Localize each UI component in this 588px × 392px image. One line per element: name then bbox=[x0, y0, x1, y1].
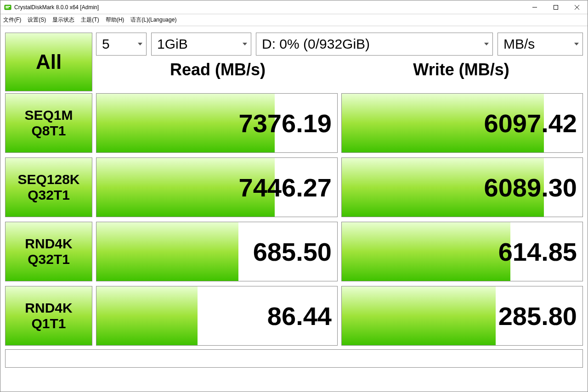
write-value-cell: 6097.42 bbox=[341, 93, 583, 153]
chevron-down-icon bbox=[243, 43, 247, 45]
test-label-line2: Q32T1 bbox=[28, 187, 70, 203]
test-button-seq1m-q8t1[interactable]: SEQ1M Q8T1 bbox=[5, 93, 92, 153]
test-label-line1: RND4K bbox=[25, 300, 72, 316]
title-bar: CrystalDiskMark 8.0.0 x64 [Admin] bbox=[0, 0, 588, 14]
test-label-line1: SEQ1M bbox=[24, 107, 73, 123]
write-bar bbox=[342, 286, 496, 345]
test-row: SEQ128K Q32T1 7446.27 6089.30 bbox=[5, 157, 583, 217]
tests-container: SEQ1M Q8T1 7376.19 6097.42 SEQ128K Q32T1 bbox=[5, 93, 583, 346]
write-header: Write (MB/s) bbox=[339, 60, 583, 79]
test-row: RND4K Q1T1 86.44 285.80 bbox=[5, 286, 583, 346]
test-row: RND4K Q32T1 685.50 614.85 bbox=[5, 222, 583, 281]
write-value: 6097.42 bbox=[484, 108, 577, 138]
test-label-line1: RND4K bbox=[25, 236, 72, 252]
column-headers: Read (MB/s) Write (MB/s) bbox=[96, 60, 583, 79]
read-value-cell: 685.50 bbox=[96, 222, 338, 281]
write-value-cell: 614.85 bbox=[341, 222, 583, 281]
write-value: 614.85 bbox=[498, 237, 577, 267]
test-button-seq128k-q32t1[interactable]: SEQ128K Q32T1 bbox=[5, 157, 92, 217]
drive-value: D: 0% (0/932GiB) bbox=[262, 36, 370, 52]
run-all-label: All bbox=[36, 50, 62, 73]
menu-settings[interactable]: 设置(S) bbox=[28, 16, 46, 24]
read-value-cell: 86.44 bbox=[96, 286, 338, 346]
top-row: All 5 1GiB D: 0% (0/932GiB) bbox=[5, 29, 583, 91]
read-value: 7376.19 bbox=[239, 108, 332, 138]
read-value-cell: 7446.27 bbox=[96, 157, 338, 217]
size-select[interactable]: 1GiB bbox=[151, 33, 251, 56]
chevron-down-icon bbox=[574, 43, 579, 45]
unit-select[interactable]: MB/s bbox=[498, 33, 583, 56]
write-value-cell: 6089.30 bbox=[341, 157, 583, 217]
read-header: Read (MB/s) bbox=[96, 60, 339, 79]
write-value: 6089.30 bbox=[484, 173, 577, 202]
run-all-button[interactable]: All bbox=[5, 33, 92, 91]
runs-select[interactable]: 5 bbox=[96, 33, 147, 56]
status-strip bbox=[5, 349, 583, 368]
test-label-line1: SEQ128K bbox=[17, 172, 79, 188]
menu-file[interactable]: 文件(F) bbox=[3, 16, 21, 24]
app-icon bbox=[4, 4, 11, 11]
read-value: 86.44 bbox=[267, 301, 332, 331]
menu-bar: 文件(F) 设置(S) 显示状态 主题(T) 帮助(H) 语言(L)(Langu… bbox=[0, 14, 588, 26]
read-value: 7446.27 bbox=[239, 173, 332, 202]
drive-select[interactable]: D: 0% (0/932GiB) bbox=[256, 33, 493, 56]
write-value: 285.80 bbox=[498, 301, 577, 331]
read-bar bbox=[96, 222, 238, 281]
test-button-rnd4k-q1t1[interactable]: RND4K Q1T1 bbox=[5, 286, 92, 346]
write-bar bbox=[342, 222, 510, 281]
maximize-button[interactable] bbox=[545, 0, 566, 14]
window-title: CrystalDiskMark 8.0.0 x64 [Admin] bbox=[14, 4, 99, 11]
test-label-line2: Q8T1 bbox=[31, 123, 66, 139]
test-label-line2: Q32T1 bbox=[28, 252, 70, 268]
read-bar bbox=[96, 286, 198, 345]
test-row: SEQ1M Q8T1 7376.19 6097.42 bbox=[5, 93, 583, 153]
content-area: All 5 1GiB D: 0% (0/932GiB) bbox=[0, 26, 588, 392]
chevron-down-icon bbox=[484, 43, 489, 45]
test-button-rnd4k-q32t1[interactable]: RND4K Q32T1 bbox=[5, 222, 92, 281]
size-value: 1GiB bbox=[157, 36, 188, 52]
svg-rect-2 bbox=[6, 7, 9, 8]
unit-value: MB/s bbox=[503, 36, 535, 52]
write-value-cell: 285.80 bbox=[341, 286, 583, 346]
dropdown-row: 5 1GiB D: 0% (0/932GiB) MB/s bbox=[96, 33, 583, 56]
read-value-cell: 7376.19 bbox=[96, 93, 338, 153]
runs-value: 5 bbox=[102, 36, 110, 52]
minimize-button[interactable] bbox=[524, 0, 545, 14]
svg-rect-4 bbox=[554, 5, 558, 9]
menu-status[interactable]: 显示状态 bbox=[52, 16, 74, 24]
app-window: CrystalDiskMark 8.0.0 x64 [Admin] 文件(F) … bbox=[0, 0, 588, 392]
menu-language[interactable]: 语言(L)(Language) bbox=[130, 16, 176, 24]
menu-help[interactable]: 帮助(H) bbox=[106, 16, 124, 24]
close-button[interactable] bbox=[566, 0, 588, 14]
svg-rect-1 bbox=[6, 6, 10, 7]
chevron-down-icon bbox=[138, 43, 142, 45]
menu-theme[interactable]: 主题(T) bbox=[81, 16, 99, 24]
read-value: 685.50 bbox=[253, 237, 332, 267]
test-label-line2: Q1T1 bbox=[31, 316, 66, 332]
